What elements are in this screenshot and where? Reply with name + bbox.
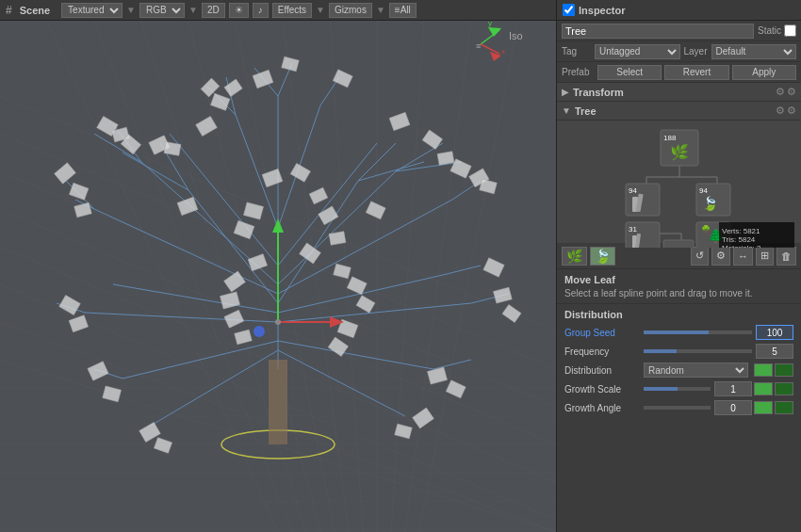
svg-text:188: 188 (663, 134, 677, 142)
gizmos-btn[interactable]: Gizmos (329, 3, 372, 18)
svg-text:y: y (488, 21, 492, 27)
tree-title: Tree (575, 105, 776, 117)
svg-text:94: 94 (699, 186, 708, 195)
growth-scale-color-light (754, 382, 773, 395)
move-leaf-section: Move Leaf Select a leaf spline point and… (557, 269, 801, 304)
svg-text:x: x (501, 47, 505, 56)
leaf-move-tool-btn[interactable]: 🍃 (590, 247, 615, 266)
growth-scale-color-dark (775, 382, 793, 395)
effects-btn[interactable]: Effects (272, 3, 312, 18)
grid-btn[interactable]: ⊞ (756, 247, 774, 266)
hash-icon: # (6, 4, 12, 17)
layer-label: Layer (684, 46, 708, 56)
static-checkbox[interactable] (784, 24, 796, 37)
frequency-slider[interactable] (644, 349, 752, 353)
group-seed-row: Group Seed (564, 324, 793, 341)
svg-rect-122 (269, 360, 287, 444)
tree-gear-icon[interactable]: ⚙ (776, 105, 785, 117)
move-btn[interactable]: ↔ (733, 247, 753, 266)
tag-layer-row: Tag Untagged Layer Default (557, 41, 801, 62)
scene-viewport[interactable]: ≡ y x Iso (0, 21, 556, 532)
growth-scale-label: Growth Scale (564, 384, 640, 395)
dimension-btn[interactable]: 2D (202, 3, 225, 18)
object-active-checkbox[interactable] (563, 4, 575, 16)
distribution-label: Distribution (564, 365, 640, 376)
svg-point-127 (253, 326, 265, 337)
svg-text:Verts: 5821: Verts: 5821 (722, 227, 760, 235)
scene-title: Scene (20, 5, 50, 16)
tree-nodes-svg: 188 🌿 94 94 🍃 31 🌲 🌳 (562, 125, 797, 248)
grid-canvas: ≡ y x Iso (0, 21, 556, 532)
distribution-section: Distribution Group Seed Frequency Distri… (557, 304, 801, 423)
svg-point-128 (275, 319, 281, 325)
delete-btn[interactable]: 🗑 (776, 247, 796, 266)
svg-text:Materials: 2: Materials: 2 (722, 244, 761, 248)
inspector-header: Inspector (557, 0, 801, 21)
revert-button[interactable]: Revert (664, 65, 728, 80)
svg-rect-76 (164, 142, 181, 156)
transform-settings-icon[interactable]: ⚙ (787, 86, 796, 98)
inspector-panel: Inspector Static Tag Untagged Layer Defa… (556, 0, 801, 532)
refresh-btn[interactable]: ↺ (691, 247, 709, 266)
inspector-title: Inspector (579, 5, 795, 16)
layer-select[interactable]: Default (711, 44, 797, 59)
tag-select[interactable]: Untagged (595, 44, 680, 59)
scene-panel: # Scene Textured ▼ RGB ▼ 2D ☀ ♪ Effects … (0, 0, 556, 532)
tree-arrow-icon: ▼ (562, 105, 571, 116)
iso-label: Iso (509, 30, 523, 41)
separator4: ▼ (376, 5, 385, 15)
all-btn[interactable]: ≡All (389, 3, 417, 18)
growth-scale-row: Growth Scale (564, 380, 793, 397)
growth-angle-color-dark (775, 401, 793, 414)
group-seed-slider[interactable] (644, 330, 752, 334)
growth-angle-input[interactable] (714, 400, 752, 415)
audio-btn[interactable]: ♪ (253, 3, 269, 18)
move-leaf-title: Move Leaf (564, 274, 793, 285)
growth-angle-row: Growth Angle (564, 399, 793, 416)
svg-rect-158 (663, 240, 694, 248)
view-mode-select[interactable]: Textured (61, 3, 123, 18)
svg-text:≡: ≡ (476, 41, 481, 51)
svg-rect-107 (329, 232, 346, 246)
svg-text:🍃: 🍃 (702, 196, 719, 212)
tree-nodes-area: 188 🌿 94 94 🍃 31 🌲 🌳 (557, 121, 801, 243)
object-name-input[interactable] (562, 24, 754, 39)
apply-button[interactable]: Apply (732, 65, 796, 80)
growth-scale-input[interactable] (714, 381, 752, 396)
move-leaf-description: Select a leaf spline point and drag to m… (564, 288, 793, 298)
svg-text:Tris: 5824: Tris: 5824 (722, 235, 756, 244)
transform-arrow-icon: ▶ (562, 87, 569, 97)
object-name-row: Static (557, 21, 801, 41)
prefab-row: Prefab Select Revert Apply (557, 62, 801, 83)
sun-btn[interactable]: ☀ (229, 3, 249, 18)
transform-gear-icon[interactable]: ⚙ (776, 86, 785, 98)
prefab-label: Prefab (562, 67, 595, 77)
tag-label: Tag (562, 46, 595, 56)
frequency-row: Frequency (564, 343, 793, 360)
frequency-input[interactable] (756, 344, 793, 359)
separator3: ▼ (316, 5, 325, 15)
group-seed-input[interactable] (756, 325, 793, 340)
tree-section-header[interactable]: ▼ Tree ⚙ ⚙ (557, 102, 801, 121)
leaf-tool-btn[interactable]: 🌿 (562, 247, 587, 266)
separator1: ▼ (126, 5, 136, 15)
group-seed-label[interactable]: Group Seed (564, 328, 640, 338)
tree-settings-icon[interactable]: ⚙ (787, 105, 796, 117)
svg-text:🌿: 🌿 (670, 143, 689, 161)
color-mode-select[interactable]: RGB (139, 3, 185, 18)
svg-text:🌳: 🌳 (701, 224, 711, 234)
select-button[interactable]: Select (597, 65, 662, 80)
separator2: ▼ (188, 5, 198, 15)
svg-rect-81 (437, 152, 454, 166)
frequency-label: Frequency (564, 347, 640, 357)
transform-section-header[interactable]: ▶ Transform ⚙ ⚙ (557, 83, 801, 102)
scene-header: # Scene Textured ▼ RGB ▼ 2D ☀ ♪ Effects … (0, 0, 556, 21)
growth-angle-slider[interactable] (644, 406, 711, 410)
dist-color-dark (775, 363, 793, 377)
growth-angle-color-light (754, 401, 773, 414)
growth-angle-label: Growth Angle (564, 403, 640, 413)
growth-scale-slider[interactable] (644, 387, 711, 391)
distribution-select[interactable]: Random Alternate Opposite Whorled (644, 363, 748, 378)
settings-btn[interactable]: ⚙ (711, 247, 730, 266)
transform-title: Transform (573, 87, 776, 98)
